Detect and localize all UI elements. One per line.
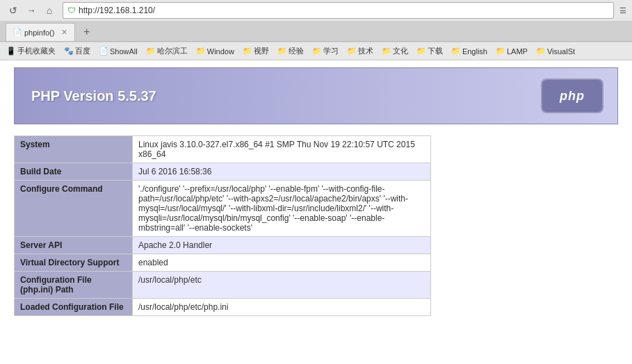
bookmark-shiye[interactable]: 📁 视野: [239, 44, 273, 58]
bookmarks-bar: 📱 手机收藏夹 🐾 百度 📄 ShowAll 📁 哈尔滨工 📁 Window 📁…: [0, 42, 632, 60]
bookmark-label: English: [462, 47, 487, 56]
bookmark-label: 经验: [289, 46, 304, 56]
table-value-cell: Linux javis 3.10.0-327.el7.x86_64 #1 SMP…: [133, 136, 431, 163]
table-value-cell: /usr/local/php/etc: [133, 272, 431, 299]
table-label-cell: Configure Command: [15, 181, 133, 237]
bookmark-english[interactable]: 📁 English: [448, 45, 491, 57]
bookmark-folder-icon: 📁: [416, 47, 426, 56]
table-value-cell: Apache 2.0 Handler: [133, 237, 431, 254]
php-header: PHP Version 5.5.37 php: [14, 67, 618, 124]
bookmark-visualst[interactable]: 📁 VisualSt: [533, 45, 578, 57]
address-text: http://192.168.1.210/: [79, 6, 609, 15]
title-bar-right: ☰: [619, 6, 626, 15]
tab-close-button[interactable]: ✕: [61, 28, 67, 37]
bookmark-showall[interactable]: 📄 ShowAll: [95, 45, 141, 57]
bookmark-folder-icon: 📁: [243, 47, 252, 56]
table-label-cell: Build Date: [15, 163, 133, 181]
bookmark-label: 哈尔滨工: [157, 46, 188, 56]
table-value-cell: Jul 6 2016 16:58:36: [133, 163, 431, 181]
bookmark-haerbin[interactable]: 📁 哈尔滨工: [143, 44, 191, 58]
bookmark-label: 视野: [254, 46, 269, 56]
bookmark-xuexi[interactable]: 📁 学习: [309, 44, 342, 58]
shield-icon: 🛡: [67, 6, 76, 15]
bookmark-wenhua[interactable]: 📁 文化: [378, 44, 412, 58]
nav-buttons: ↺ → ⌂: [6, 3, 57, 18]
table-value-cell: './configure' '--prefix=/usr/local/php' …: [133, 181, 431, 237]
bookmark-jishu[interactable]: 📁 技术: [343, 44, 377, 58]
menu-icon[interactable]: ☰: [619, 6, 626, 15]
bookmark-label: 手机收藏夹: [17, 46, 56, 56]
table-label-cell: Loaded Configuration File: [15, 299, 133, 316]
bookmark-xiazai[interactable]: 📁 下载: [413, 44, 446, 58]
bookmark-icon: 📱: [6, 47, 16, 56]
bookmark-folder-icon: 📁: [196, 47, 206, 56]
tab-icon: 📄: [13, 28, 22, 36]
bookmark-folder-icon: 📁: [496, 47, 505, 56]
bookmark-label: LAMP: [507, 47, 528, 56]
table-row: Virtual Directory Supportenabled: [15, 254, 431, 272]
php-header-title: PHP Version 5.5.37: [15, 74, 527, 118]
back-button[interactable]: ↺: [6, 3, 21, 18]
bookmark-icon: 📄: [99, 47, 108, 56]
bookmark-folder-icon: 📁: [382, 47, 391, 56]
tab-label: phpinfo(): [24, 28, 57, 37]
bookmark-label: 技术: [358, 46, 373, 56]
table-row: Configure Command'./configure' '--prefix…: [15, 181, 431, 237]
php-logo: php: [541, 78, 603, 113]
tab-bar: 📄 phpinfo() ✕ +: [0, 21, 632, 42]
bookmark-label: 学习: [323, 46, 339, 56]
bookmark-folder-icon: 📁: [277, 47, 287, 56]
active-tab[interactable]: 📄 phpinfo() ✕: [6, 23, 75, 41]
phpinfo-table: SystemLinux javis 3.10.0-327.el7.x86_64 …: [14, 135, 431, 316]
bookmark-window[interactable]: 📁 Window: [193, 45, 238, 57]
table-label-cell: Server API: [15, 237, 133, 254]
bookmark-folder-icon: 📁: [451, 47, 461, 56]
bookmark-icon: 🐾: [64, 47, 74, 56]
bookmark-label: 百度: [75, 46, 90, 56]
bookmark-label: 下载: [428, 46, 443, 56]
table-label-cell: Virtual Directory Support: [15, 254, 133, 272]
table-row: SystemLinux javis 3.10.0-327.el7.x86_64 …: [15, 136, 431, 163]
table-row: Configuration File (php.ini) Path/usr/lo…: [15, 272, 431, 299]
php-version-text: PHP Version 5.5.37: [31, 88, 156, 104]
bookmark-folder-icon: 📁: [536, 47, 546, 56]
new-tab-button[interactable]: +: [78, 23, 95, 41]
page-content: PHP Version 5.5.37 php SystemLinux javis…: [0, 60, 632, 364]
bookmark-baidu[interactable]: 🐾 百度: [60, 44, 94, 58]
bookmark-label: ShowAll: [110, 47, 138, 56]
bookmark-jingyan[interactable]: 📁 经验: [274, 44, 307, 58]
table-row: Server APIApache 2.0 Handler: [15, 237, 431, 254]
table-value-cell: /usr/local/php/etc/php.ini: [133, 299, 431, 316]
home-button[interactable]: ⌂: [42, 3, 57, 18]
bookmark-lamp[interactable]: 📁 LAMP: [492, 45, 531, 57]
forward-button[interactable]: →: [24, 3, 39, 18]
bookmark-label: VisualSt: [547, 47, 575, 56]
table-row: Build DateJul 6 2016 16:58:36: [15, 163, 431, 181]
table-label-cell: Configuration File (php.ini) Path: [15, 272, 133, 299]
bookmark-folder-icon: 📁: [312, 47, 322, 56]
bookmark-shouji[interactable]: 📱 手机收藏夹: [3, 44, 59, 58]
bookmark-folder-icon: 📁: [146, 47, 156, 56]
table-label-cell: System: [15, 136, 133, 163]
bookmark-label: 文化: [393, 46, 408, 56]
bookmark-folder-icon: 📁: [347, 47, 357, 56]
table-value-cell: enabled: [133, 254, 431, 272]
bookmark-label: Window: [207, 47, 234, 56]
address-bar[interactable]: 🛡 http://192.168.1.210/: [63, 2, 614, 19]
table-row: Loaded Configuration File/usr/local/php/…: [15, 299, 431, 316]
title-bar: ↺ → ⌂ 🛡 http://192.168.1.210/ ☰: [0, 0, 632, 21]
